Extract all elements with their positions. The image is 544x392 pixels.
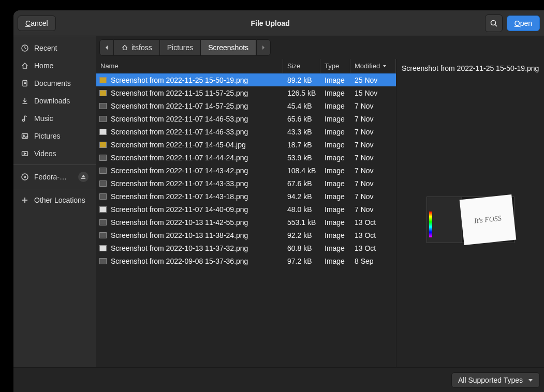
path-back-button[interactable] (99, 39, 114, 56)
file-name: Screenshot from 2022-11-07 14-40-09.png (111, 205, 248, 214)
eject-button[interactable] (78, 172, 89, 182)
preview-thumbnail: It's FOSS (427, 197, 514, 243)
file-name: Screenshot from 2022-10-13 11-38-24.png (111, 231, 248, 239)
file-thumbnail (99, 155, 107, 161)
file-name: Screenshot from 2022-11-07 14-43-18.png (111, 192, 248, 201)
file-type: Image (320, 167, 350, 175)
file-name: Screenshot from 2022-11-07 14-43-42.png (111, 167, 248, 175)
file-row[interactable]: Screenshot from 2022-11-07 14-57-25.png4… (96, 99, 396, 112)
column-header-type[interactable]: Type (320, 59, 350, 73)
file-row[interactable]: Screenshot from 2022-11-07 14-43-18.png9… (96, 190, 396, 203)
cancel-button[interactable]: Cancel (18, 16, 56, 31)
file-modified: 25 Nov (350, 76, 396, 84)
path-segment-itsfoss[interactable]: itsfoss (114, 39, 160, 56)
file-modified: 7 Nov (350, 154, 396, 162)
open-button[interactable]: Open (507, 16, 540, 31)
file-row[interactable]: Screenshot from 2022-11-07 14-43-42.png1… (96, 164, 396, 177)
path-segment-pictures[interactable]: Pictures (160, 39, 201, 56)
sidebar-item-label: Fedora-… (34, 173, 67, 181)
file-modified: 7 Nov (350, 205, 396, 214)
file-row[interactable]: Screenshot from 2022-11-07 14-45-04.jpg1… (96, 138, 396, 151)
file-type: Image (320, 154, 350, 162)
file-modified: 13 Oct (350, 244, 396, 252)
file-name: Screenshot from 2022-11-25 15-50-19.png (111, 76, 248, 84)
sidebar-item-label: Recent (34, 44, 57, 52)
file-size: 94.2 kB (283, 192, 320, 201)
file-size: 45.4 kB (283, 102, 320, 110)
file-row[interactable]: Screenshot from 2022-11-07 14-46-53.png6… (96, 112, 396, 125)
file-size: 43.3 kB (283, 128, 320, 136)
sidebar-item-pictures[interactable]: Pictures (13, 127, 96, 145)
file-row[interactable]: Screenshot from 2022-10-13 11-42-55.png5… (96, 216, 396, 229)
file-type-filter[interactable]: All Supported Types (451, 372, 540, 388)
dialog-title: File Upload (60, 19, 481, 27)
file-thumbnail (99, 245, 107, 251)
file-row[interactable]: Screenshot from 2022-09-08 15-37-36.png9… (96, 254, 396, 267)
file-size: 60.8 kB (283, 244, 320, 252)
sidebar-item-home[interactable]: Home (13, 57, 96, 74)
sidebar-item-label: Downloads (34, 97, 70, 105)
file-size: 53.9 kB (283, 154, 320, 162)
file-row[interactable]: Screenshot from 2022-11-15 11-57-25.png1… (96, 86, 396, 99)
sidebar-item-downloads[interactable]: Downloads (13, 92, 96, 110)
clock-icon (21, 44, 29, 52)
path-segment-screenshots[interactable]: Screenshots (201, 39, 256, 56)
titlebar: Cancel File Upload Open (13, 10, 544, 36)
file-size: 126.5 kB (283, 89, 320, 97)
sidebar: RecentHomeDocumentsDownloadsMusicPicture… (13, 36, 96, 367)
file-type: Image (320, 115, 350, 123)
file-type: Image (320, 102, 350, 110)
search-button[interactable] (485, 14, 503, 32)
downloads-icon (21, 97, 29, 105)
sidebar-item-device[interactable]: Fedora-… (13, 167, 96, 187)
pathbar: itsfossPicturesScreenshots (96, 36, 544, 59)
path-segment-label: itsfoss (131, 43, 152, 52)
file-thumbnail (99, 168, 107, 174)
svg-marker-23 (106, 46, 108, 50)
videos-icon (21, 149, 29, 158)
home-icon (121, 44, 128, 51)
file-size: 89.2 kB (283, 76, 320, 84)
sidebar-item-other-locations[interactable]: Other Locations (13, 191, 96, 209)
column-header-modified[interactable]: Modified (350, 59, 396, 73)
sidebar-item-recent[interactable]: Recent (13, 39, 96, 57)
file-thumbnail (99, 206, 107, 213)
file-chooser-dialog: Cancel File Upload Open RecentHomeDocume… (13, 10, 544, 392)
file-thumbnail (99, 116, 107, 122)
file-name: Screenshot from 2022-11-07 14-57-25.png (111, 102, 248, 110)
sidebar-item-music[interactable]: Music (13, 110, 96, 127)
file-thumbnail (99, 193, 107, 200)
file-row[interactable]: Screenshot from 2022-10-13 11-37-32.png6… (96, 242, 396, 254)
column-header-size[interactable]: Size (283, 59, 320, 73)
file-row[interactable]: Screenshot from 2022-11-25 15-50-19.png8… (96, 73, 396, 86)
main-panel: itsfossPicturesScreenshots Name Size Typ… (96, 36, 544, 367)
content-area: RecentHomeDocumentsDownloadsMusicPicture… (13, 36, 544, 367)
file-row[interactable]: Screenshot from 2022-11-07 14-43-33.png6… (96, 177, 396, 190)
sort-desc-icon (382, 64, 387, 69)
preview-panel: Screenshot from 2022-11-25 15-50-19.png … (396, 59, 544, 367)
path-forward-button[interactable] (256, 39, 271, 56)
file-modified: 7 Nov (350, 192, 396, 201)
file-size: 67.6 kB (283, 179, 320, 188)
file-type: Image (320, 89, 350, 97)
sidebar-item-label: Other Locations (34, 196, 85, 204)
path-segment-label: Screenshots (208, 43, 248, 52)
sidebar-item-label: Home (34, 62, 53, 70)
file-type: Image (320, 76, 350, 84)
file-modified: 7 Nov (350, 179, 396, 188)
file-size: 108.4 kB (283, 167, 320, 175)
file-row[interactable]: Screenshot from 2022-10-13 11-38-24.png9… (96, 229, 396, 242)
file-row[interactable]: Screenshot from 2022-11-07 14-44-24.png5… (96, 151, 396, 164)
file-thumbnail (99, 77, 107, 83)
file-type: Image (320, 179, 350, 188)
filter-label: All Supported Types (458, 376, 523, 384)
sidebar-separator (13, 164, 96, 165)
file-row[interactable]: Screenshot from 2022-11-07 14-46-33.png4… (96, 125, 396, 138)
file-area: Name Size Type Modified Screenshot from … (96, 59, 544, 367)
column-header-name[interactable]: Name (96, 59, 283, 73)
file-rows[interactable]: Screenshot from 2022-11-25 15-50-19.png8… (96, 73, 396, 367)
path-segment-label: Pictures (167, 43, 194, 52)
sidebar-item-documents[interactable]: Documents (13, 74, 96, 92)
file-row[interactable]: Screenshot from 2022-11-07 14-40-09.png4… (96, 203, 396, 216)
sidebar-item-videos[interactable]: Videos (13, 145, 96, 162)
